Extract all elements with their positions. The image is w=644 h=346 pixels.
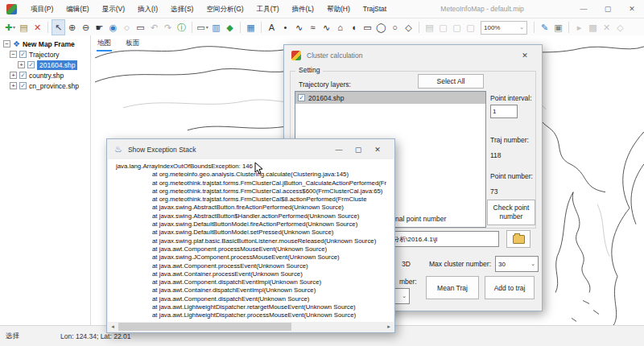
freehand-draw-button[interactable]: ≈ bbox=[307, 20, 319, 35]
exception-minimize-button[interactable]: — bbox=[329, 146, 349, 154]
ellipse-draw-button[interactable]: ○ bbox=[389, 20, 401, 35]
tree-item-cn-province[interactable]: cn_province.shp bbox=[0, 80, 90, 91]
redo-button[interactable]: ↷ bbox=[162, 20, 174, 35]
layer-item-label: 201604.shp bbox=[308, 94, 344, 102]
close-button[interactable]: ✕ bbox=[620, 0, 644, 18]
tab-map[interactable]: 地图 bbox=[97, 36, 112, 51]
edit-start-button[interactable]: ✎ bbox=[539, 20, 551, 35]
zoom-rectangle-button[interactable]: ▭ bbox=[134, 20, 147, 35]
exception-close-button[interactable]: ✕ bbox=[368, 146, 387, 154]
scroll-left-icon[interactable]: ◂ bbox=[108, 322, 118, 332]
rectangle-draw-button[interactable]: ▭ bbox=[361, 20, 374, 35]
edit-delete-button[interactable]: ✕ bbox=[601, 20, 613, 35]
map-image-button[interactable]: ▦ bbox=[245, 20, 257, 35]
expand-icon[interactable] bbox=[18, 61, 25, 68]
toolbar-separator bbox=[261, 22, 262, 33]
collapse-icon[interactable] bbox=[10, 51, 17, 58]
edit-reshape-button[interactable]: ◇ bbox=[614, 20, 626, 35]
label-button[interactable]: ◆ bbox=[224, 20, 236, 35]
menu-tools[interactable]: 工具(T) bbox=[250, 0, 286, 18]
point-interval-input[interactable]: 1 bbox=[490, 105, 518, 118]
check-point-number-button[interactable]: Check point number bbox=[487, 200, 535, 225]
exception-maximize-button[interactable]: ▢ bbox=[349, 146, 368, 154]
layer-checkbox[interactable] bbox=[19, 51, 27, 58]
layer-checkbox[interactable] bbox=[27, 61, 35, 68]
exception-dialog-title: Show Exception Stack bbox=[128, 146, 196, 154]
refresh-map-button[interactable]: ▢ bbox=[464, 20, 477, 35]
curve-draw-button[interactable]: ∿ bbox=[320, 20, 332, 35]
remove-layer-button[interactable]: ✕ bbox=[31, 20, 43, 35]
full-extent-button[interactable]: ◉ bbox=[107, 20, 119, 35]
tab-layout[interactable]: 板面 bbox=[125, 36, 140, 51]
export-map-button[interactable]: ▢ bbox=[437, 20, 449, 35]
circle-draw-button[interactable]: ◯ bbox=[375, 20, 387, 35]
layer-item-checkbox[interactable] bbox=[298, 94, 305, 101]
layer-checkbox[interactable] bbox=[19, 82, 27, 89]
horizontal-scrollbar[interactable]: ◂ ▸ bbox=[108, 322, 394, 332]
cluster-close-button[interactable]: ✕ bbox=[515, 51, 535, 60]
select-features-button[interactable]: ▭▾ bbox=[196, 20, 208, 35]
minimize-button[interactable]: — bbox=[572, 0, 596, 18]
zoom-in-tool-button[interactable]: ⊕ bbox=[66, 20, 78, 35]
zoom-out-tool-button[interactable]: ⊖ bbox=[80, 20, 92, 35]
zoom-level-select[interactable]: 100%⌄ bbox=[481, 21, 527, 35]
max-cluster-number-value: 30 bbox=[498, 261, 506, 268]
polygon-draw-button[interactable]: ◇ bbox=[402, 20, 415, 35]
expand-icon[interactable] bbox=[10, 82, 17, 89]
menu-edit[interactable]: 编辑(E) bbox=[60, 0, 95, 18]
open-folder-icon bbox=[513, 235, 525, 244]
scroll-right-icon[interactable]: ▸ bbox=[384, 322, 394, 332]
layer-list-item[interactable]: 201604.shp bbox=[295, 92, 485, 104]
undo-button[interactable]: ↶ bbox=[148, 20, 160, 35]
exception-dialog-titlebar[interactable]: ♨ Show Exception Stack — ▢ ✕ bbox=[107, 139, 394, 159]
menu-geoprocessing[interactable]: 空间分析(G) bbox=[200, 0, 250, 18]
measure-button[interactable]: ▥ bbox=[210, 20, 222, 35]
browse-folder-button[interactable] bbox=[506, 230, 530, 248]
expand-icon[interactable] bbox=[10, 72, 17, 79]
stack-line: at javax.swing.plaf.basic.BasicButtonLis… bbox=[116, 237, 394, 245]
tree-item-201604[interactable]: 201604.shp bbox=[0, 60, 90, 70]
stack-line: at org.meteothink.trajstat.forms.FrmClus… bbox=[116, 187, 394, 196]
report-button[interactable]: ▤ bbox=[423, 20, 436, 35]
copy-map-button[interactable]: ▢ bbox=[451, 20, 463, 35]
menu-selection[interactable]: 选择(S) bbox=[164, 0, 200, 18]
stack-line: at javax.swing.DefaultButtonModel.fireAc… bbox=[116, 220, 394, 229]
point-draw-button[interactable]: • bbox=[279, 20, 291, 35]
select-tool-button[interactable]: ↖ bbox=[52, 20, 64, 35]
edit-save-button[interactable]: ▣ bbox=[552, 20, 564, 35]
max-cluster-number-select[interactable]: 30 ⌄ bbox=[495, 256, 539, 272]
add-to-traj-button[interactable]: Add to traj bbox=[485, 276, 535, 299]
menu-help[interactable]: 帮助(H) bbox=[320, 0, 357, 18]
collapse-icon[interactable] bbox=[3, 40, 10, 47]
polyline-draw-button[interactable]: ∿ bbox=[293, 20, 305, 35]
mean-traj-button[interactable]: Mean Traj bbox=[426, 276, 479, 299]
zoom-to-layer-button[interactable]: ◌ bbox=[121, 20, 133, 35]
tree-item-country[interactable]: country.shp bbox=[0, 70, 90, 80]
add-layer-button[interactable]: ✚▾ bbox=[4, 20, 16, 35]
exception-stack-dialog: ♨ Show Exception Stack — ▢ ✕ java.lang.A… bbox=[106, 138, 395, 333]
stack-trace[interactable]: java.lang.ArrayIndexOutOfBoundsException… bbox=[108, 159, 394, 322]
point-number-value: 73 bbox=[490, 187, 497, 196]
select-all-button[interactable]: Select All bbox=[418, 74, 484, 89]
cluster-dialog-titlebar[interactable]: Cluster calculation ✕ bbox=[284, 45, 542, 65]
threed-label: 3D bbox=[402, 260, 411, 268]
pan-tool-button[interactable]: ☛ bbox=[93, 20, 105, 35]
maximize-button[interactable]: ▢ bbox=[596, 0, 620, 18]
tree-item-trajectory[interactable]: Trajectory bbox=[0, 49, 90, 60]
identify-button[interactable]: ⓘ bbox=[175, 20, 188, 35]
menu-trajstat[interactable]: TrajStat bbox=[357, 0, 393, 18]
menu-project[interactable]: 项目(P) bbox=[24, 0, 60, 18]
menu-plugins[interactable]: 插件(L) bbox=[286, 0, 320, 18]
text-draw-button[interactable]: A bbox=[266, 20, 278, 35]
tree-item-map-frame[interactable]: ❖ New Map Frame bbox=[0, 39, 90, 49]
edit-move-button[interactable]: ▸ bbox=[573, 20, 585, 35]
edit-transform-button[interactable]: ▩ bbox=[587, 20, 599, 35]
scrollbar-thumb[interactable] bbox=[118, 323, 291, 331]
layer-checkbox[interactable] bbox=[19, 72, 27, 79]
blob-draw-button[interactable]: ◖ bbox=[348, 20, 360, 35]
menu-insert[interactable]: 插入(I) bbox=[131, 0, 164, 18]
menu-view[interactable]: 显示(V) bbox=[96, 0, 131, 18]
pentagon-draw-button[interactable]: ⌂ bbox=[334, 20, 346, 35]
mouse-cursor bbox=[254, 163, 264, 175]
open-project-button[interactable]: ▤ bbox=[18, 20, 30, 35]
